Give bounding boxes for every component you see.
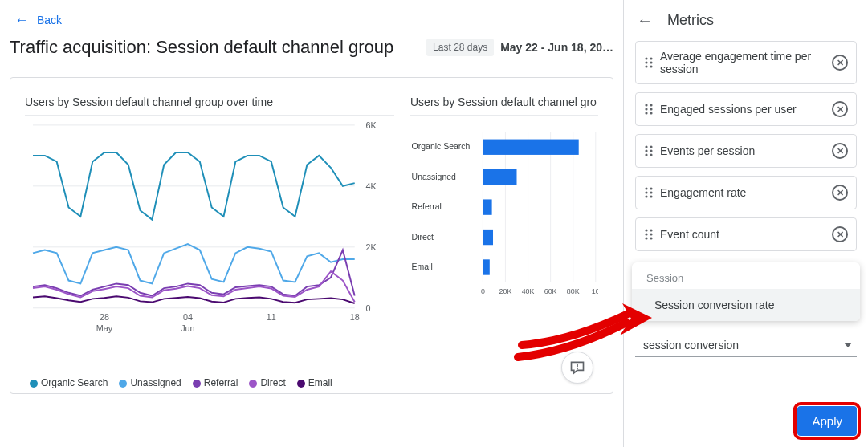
feedback-button[interactable] [561, 352, 593, 384]
legend-item[interactable]: Unassigned [119, 377, 181, 388]
remove-metric-button[interactable]: ✕ [832, 143, 848, 159]
chevron-down-icon [844, 343, 852, 347]
legend-swatch-icon [297, 380, 305, 388]
svg-rect-28 [483, 169, 516, 185]
svg-rect-32 [483, 230, 493, 245]
svg-point-57 [650, 187, 652, 189]
svg-text:Email: Email [412, 262, 433, 271]
line-chart-title: Users by Session default channel group o… [25, 95, 394, 108]
remove-metric-button[interactable]: ✕ [832, 55, 848, 71]
line-chart: 02K4K6K28May04Jun1118 [25, 120, 394, 341]
svg-point-67 [650, 237, 652, 239]
svg-text:60K: 60K [544, 287, 557, 295]
add-metric-select[interactable]: session conversion [635, 332, 857, 357]
drag-handle-icon[interactable] [644, 56, 654, 69]
svg-point-45 [650, 104, 652, 106]
svg-point-60 [645, 195, 647, 197]
drag-handle-icon[interactable] [644, 186, 654, 199]
svg-text:May: May [96, 323, 113, 333]
svg-rect-34 [483, 259, 489, 274]
svg-point-44 [645, 104, 647, 106]
svg-point-58 [645, 191, 647, 193]
svg-point-56 [645, 187, 647, 189]
svg-point-43 [650, 65, 652, 67]
svg-text:11: 11 [267, 312, 276, 322]
svg-rect-36 [577, 364, 578, 367]
svg-text:18: 18 [350, 312, 360, 322]
remove-metric-button[interactable]: ✕ [832, 101, 848, 117]
svg-point-62 [645, 229, 647, 231]
svg-point-46 [645, 108, 647, 110]
metric-suggestion-popover: Session Session conversion rate [632, 262, 860, 321]
legend-swatch-icon [30, 380, 38, 388]
legend-swatch-icon [249, 380, 257, 388]
svg-text:04: 04 [183, 312, 193, 322]
svg-text:0: 0 [481, 287, 485, 295]
back-button[interactable]: ← Back [10, 10, 63, 35]
svg-text:28: 28 [100, 312, 109, 322]
svg-text:2K: 2K [365, 242, 377, 252]
date-preset-label: Last 28 days [426, 39, 494, 56]
svg-point-64 [645, 233, 647, 235]
metric-label: Average engagement time per session [660, 50, 825, 75]
apply-button[interactable]: Apply [797, 406, 857, 436]
legend-swatch-icon [119, 380, 127, 388]
svg-point-38 [645, 57, 647, 59]
svg-text:6K: 6K [365, 120, 377, 130]
metric-label: Event count [660, 228, 825, 241]
drag-handle-icon[interactable] [644, 228, 654, 241]
svg-point-51 [650, 145, 652, 148]
svg-rect-30 [483, 199, 491, 214]
metric-chip[interactable]: Events per session ✕ [635, 134, 857, 168]
svg-text:Direct: Direct [412, 233, 434, 242]
metric-chip[interactable]: Engaged sessions per user ✕ [635, 92, 857, 126]
date-range-picker[interactable]: Last 28 days May 22 - Jun 18, 20… [426, 39, 613, 56]
panel-back-button[interactable]: ← [637, 11, 653, 30]
panel-title: Metrics [667, 12, 714, 29]
remove-metric-button[interactable]: ✕ [832, 226, 848, 242]
legend-item[interactable]: Referral [193, 377, 238, 388]
svg-text:Jun: Jun [181, 323, 194, 333]
metric-label: Events per session [660, 144, 825, 157]
drag-handle-icon[interactable] [644, 144, 654, 157]
svg-rect-37 [577, 368, 578, 369]
legend-item[interactable]: Email [297, 377, 332, 388]
metric-chip[interactable]: Average engagement time per session ✕ [635, 41, 857, 84]
svg-point-49 [650, 112, 652, 114]
remove-metric-button[interactable]: ✕ [832, 185, 848, 201]
svg-point-40 [645, 61, 647, 63]
bar-chart-title: Users by Session default channel gro [410, 95, 598, 108]
metric-chip[interactable]: Event count ✕ [635, 217, 857, 251]
svg-point-47 [650, 108, 652, 110]
metric-label: Engaged sessions per user [660, 103, 825, 116]
select-value: session conversion [643, 339, 739, 352]
svg-text:80K: 80K [567, 287, 580, 295]
legend-item[interactable]: Organic Search [30, 377, 108, 388]
svg-text:10: 10 [592, 287, 598, 295]
metric-label: Engagement rate [660, 186, 825, 199]
charts-card: Users by Session default channel group o… [10, 77, 613, 394]
svg-point-50 [645, 145, 647, 148]
suggestion-option[interactable]: Session conversion rate [632, 289, 860, 321]
svg-text:4K: 4K [365, 181, 377, 191]
drag-handle-icon[interactable] [644, 103, 654, 116]
date-range-text: May 22 - Jun 18, 20… [500, 41, 613, 54]
svg-point-66 [645, 237, 647, 239]
svg-point-39 [650, 57, 652, 59]
svg-text:Organic Search: Organic Search [412, 142, 471, 151]
legend-item[interactable]: Direct [249, 377, 285, 388]
svg-point-48 [645, 112, 647, 114]
suggestion-group-label: Session [632, 262, 860, 289]
arrow-left-icon: ← [14, 13, 29, 27]
svg-point-41 [650, 61, 652, 63]
page-title: Traffic acquisition: Session default cha… [10, 37, 393, 58]
svg-point-63 [650, 229, 652, 231]
title-row: Traffic acquisition: Session default cha… [10, 37, 613, 58]
svg-point-61 [650, 195, 652, 197]
svg-text:0: 0 [365, 303, 370, 313]
svg-point-59 [650, 191, 652, 193]
svg-point-42 [645, 65, 647, 67]
svg-text:40K: 40K [522, 287, 535, 295]
metric-chip[interactable]: Engagement rate ✕ [635, 176, 857, 209]
svg-text:Referral: Referral [412, 202, 442, 211]
